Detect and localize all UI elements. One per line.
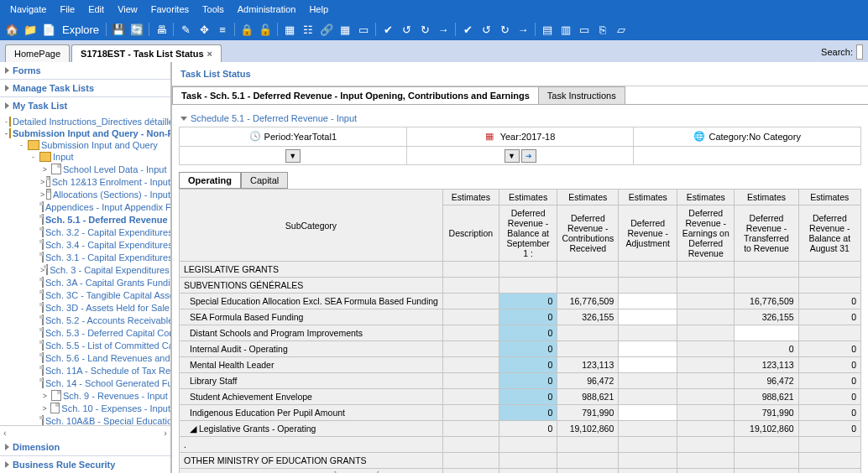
- cell[interactable]: 0: [499, 389, 557, 405]
- acc-forms[interactable]: Forms: [0, 62, 170, 80]
- forward-icon[interactable]: ↻: [416, 21, 433, 38]
- tree-item[interactable]: Sch. 14 - School Generated Funds -: [0, 377, 170, 389]
- tree-item[interactable]: >Sch 12&13 Enrolment - Input: [0, 175, 170, 188]
- more2-icon[interactable]: ▥: [557, 21, 574, 38]
- cell[interactable]: 0: [499, 405, 557, 421]
- cell[interactable]: 0: [499, 357, 557, 373]
- menu-view[interactable]: View: [111, 4, 144, 14]
- tree-item[interactable]: Sch. 10A&B - Special Education Exp: [0, 414, 170, 425]
- schedule-title[interactable]: Schedule 5.1 - Deferred Revenue - Input: [179, 110, 861, 127]
- tree-item[interactable]: Sch. 5.6 - Land Revenues and Defic: [0, 351, 170, 364]
- home-icon[interactable]: 🏠: [3, 21, 20, 38]
- lock-icon[interactable]: 🔒: [238, 21, 255, 38]
- unlock-icon[interactable]: 🔓: [257, 21, 274, 38]
- tree-item[interactable]: >Sch. 9 - Revenues - Input: [0, 389, 170, 402]
- cell[interactable]: [619, 405, 677, 421]
- subtab-task[interactable]: Task - Sch. 5.1 - Deferred Revenue - Inp…: [172, 86, 539, 104]
- acc-my-task-list[interactable]: My Task List: [0, 97, 170, 114]
- tree-item[interactable]: >School Level Data - Input: [0, 163, 170, 175]
- edit-icon[interactable]: ✎: [177, 21, 194, 38]
- cell[interactable]: 0: [499, 325, 557, 341]
- approve-icon[interactable]: ✔: [379, 21, 396, 38]
- flag-icon[interactable]: ▭: [355, 21, 372, 38]
- tree-item[interactable]: Appendices - Input Appendix F only: [0, 200, 170, 213]
- menu-administration[interactable]: Administration: [231, 4, 303, 14]
- submit2-icon[interactable]: →: [515, 21, 531, 38]
- tree-item[interactable]: >Allocations (Sections) - Input: [0, 188, 170, 200]
- refresh-icon[interactable]: 🔄: [128, 21, 145, 38]
- tree-item[interactable]: -Submission Input and Query - Non-FS_Sou…: [0, 127, 170, 139]
- tree-item[interactable]: Sch. 3.2 - Capital Expenditures - Ca: [0, 226, 170, 238]
- print-icon[interactable]: 🖶: [153, 21, 170, 38]
- period-dropdown[interactable]: ▼: [285, 149, 301, 163]
- tree-item[interactable]: Sch. 5.3 - Deferred Capital Contribu: [0, 326, 170, 339]
- tree-item[interactable]: >Sch. 3 - Capital Expenditures - Inpu: [0, 263, 170, 276]
- tree-item[interactable]: -Submission Input and Query: [0, 139, 170, 151]
- chart-icon[interactable]: ▦: [281, 21, 298, 38]
- tree-scrollbar[interactable]: ‹›: [0, 425, 170, 439]
- menu-navigate[interactable]: Navigate: [3, 4, 53, 14]
- acc-business-rule-security[interactable]: Business Rule Security: [0, 456, 170, 473]
- explore-button[interactable]: Explore: [59, 21, 102, 38]
- reject2-icon[interactable]: ↺: [478, 21, 494, 38]
- tree-twisty[interactable]: -: [5, 129, 8, 138]
- cell[interactable]: 0: [499, 341, 557, 357]
- acc-dimension[interactable]: Dimension: [0, 439, 170, 456]
- tree-item[interactable]: Sch. 3A - Capital Grants Funding - I: [0, 276, 170, 288]
- tree-item[interactable]: >Sch. 10 - Expenses - Input: [0, 402, 170, 414]
- tree-twisty[interactable]: >: [40, 165, 50, 174]
- save-icon[interactable]: 💾: [110, 21, 127, 38]
- cell[interactable]: [619, 341, 677, 357]
- menu-tools[interactable]: Tools: [196, 4, 231, 14]
- subtab-instructions[interactable]: Task Instructions: [538, 86, 625, 104]
- tree-item[interactable]: -Detailed Instructions_Directives détail…: [0, 116, 170, 127]
- cell[interactable]: 0: [499, 294, 557, 309]
- tree-item[interactable]: Sch. 5.5 - List of Committed Capital: [0, 339, 170, 351]
- cell[interactable]: [619, 357, 677, 373]
- tree-twisty[interactable]: -: [5, 117, 8, 126]
- acc-manage-task-lists[interactable]: Manage Task Lists: [0, 80, 170, 97]
- adjust-icon[interactable]: ✥: [196, 21, 212, 38]
- search-input[interactable]: [856, 44, 863, 60]
- open-icon[interactable]: 📁: [22, 21, 39, 38]
- link-icon[interactable]: 🔗: [318, 21, 335, 38]
- copy-icon[interactable]: ⎘: [594, 21, 611, 38]
- cell[interactable]: [619, 309, 677, 325]
- tree-twisty[interactable]: >: [40, 178, 44, 186]
- tree-item[interactable]: Sch. 11A - Schedule of Tax Revenu: [0, 364, 170, 377]
- cell[interactable]: [735, 325, 798, 341]
- paste-icon[interactable]: ▱: [613, 21, 630, 38]
- cell[interactable]: 0: [499, 309, 557, 325]
- cell[interactable]: 0: [499, 373, 557, 389]
- submit-icon[interactable]: →: [435, 21, 452, 38]
- new-icon[interactable]: 📄: [40, 21, 57, 38]
- tab-operating[interactable]: Operating: [179, 172, 241, 189]
- approve2-icon[interactable]: ✔: [459, 21, 476, 38]
- tree-twisty[interactable]: -: [29, 153, 38, 161]
- tree-item[interactable]: Sch. 3.1 - Capital Expenditures - Mo: [0, 251, 170, 263]
- tree-item[interactable]: -Input: [0, 151, 170, 163]
- tab-tasklist-status[interactable]: S1718EST - Task List Status ×: [71, 44, 222, 62]
- tree-item[interactable]: Sch. 3C - Tangible Capital Asset Co: [0, 288, 170, 301]
- menu-edit[interactable]: Edit: [81, 4, 111, 14]
- cell[interactable]: [619, 294, 677, 309]
- tree-twisty[interactable]: >: [40, 404, 49, 413]
- menu-help[interactable]: Help: [302, 4, 335, 14]
- go-button[interactable]: ➔: [521, 149, 536, 163]
- menu-file[interactable]: File: [53, 4, 81, 14]
- tile-icon[interactable]: ▦: [337, 21, 353, 38]
- grid-icon[interactable]: ☷: [300, 21, 316, 38]
- tree-twisty[interactable]: >: [40, 392, 50, 400]
- calc-icon[interactable]: ≡: [214, 21, 231, 38]
- tree-item[interactable]: Sch. 3.4 - Capital Expenditures Det: [0, 238, 170, 251]
- tree-twisty[interactable]: -: [17, 141, 26, 149]
- forward2-icon[interactable]: ↻: [496, 21, 513, 38]
- tree-item[interactable]: Sch. 3D - Assets Held for Sale - Inp: [0, 301, 170, 314]
- tab-capital[interactable]: Capital: [241, 172, 288, 189]
- tab-homepage[interactable]: HomePage: [5, 44, 70, 62]
- tree-item[interactable]: Sch. 5.1 - Deferred Revenue - I: [0, 213, 170, 226]
- close-icon[interactable]: ×: [207, 49, 212, 59]
- cut-icon[interactable]: ▭: [576, 21, 593, 38]
- more-icon[interactable]: ▤: [539, 21, 556, 38]
- year-dropdown[interactable]: ▼: [505, 149, 520, 163]
